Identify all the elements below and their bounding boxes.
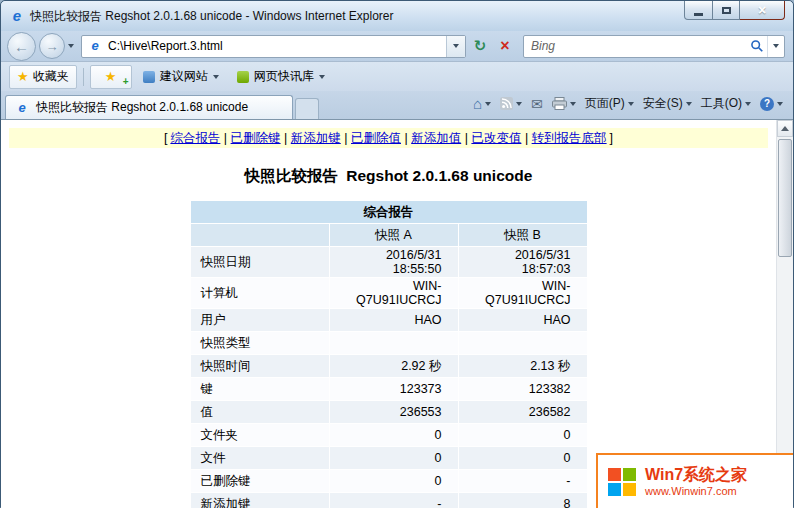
address-bar[interactable]: e C:\Hive\Report.3.html <box>81 35 466 58</box>
tab-bar: e 快照比较报告 Regshot 2.0.1.68 unicode ⌂ ✉ 页面… <box>1 91 793 119</box>
report-nav-link[interactable]: 转到报告底部 <box>532 131 607 145</box>
web-slice-gallery-button[interactable]: 网页快讯库 <box>230 66 332 88</box>
row-label: 快照日期 <box>191 247 329 277</box>
plus-icon: + <box>123 77 129 86</box>
new-tab-button[interactable] <box>295 98 319 119</box>
report-page: [综合报告 | 已删除键 | 新添加键 | 已删除值 | 新添加值 | 已改变值… <box>1 120 776 508</box>
chevron-down-icon <box>516 102 522 106</box>
minimize-button[interactable] <box>684 1 713 20</box>
link-separator: | <box>401 131 411 145</box>
table-row: 键123373123382 <box>191 378 587 400</box>
row-label: 已删除键 <box>191 470 329 492</box>
watermark-title: Win7系统之家 <box>645 465 747 484</box>
table-row: 新添加键-8 <box>191 493 587 508</box>
table-row: 已删除键0- <box>191 470 587 492</box>
report-nav-link[interactable]: 已删除键 <box>231 131 281 145</box>
page-title: 快照比较报告 Regshot 2.0.1.68 unicode <box>9 166 768 187</box>
search-input[interactable]: Bing <box>531 39 747 53</box>
ie-icon: e <box>9 8 25 24</box>
report-nav-link[interactable]: 综合报告 <box>170 131 220 145</box>
snapshot-b-value: 0 <box>459 447 587 469</box>
forward-button[interactable]: → <box>39 33 65 59</box>
chevron-down-icon <box>570 102 576 106</box>
maximize-icon <box>722 7 731 14</box>
back-button[interactable]: ← <box>7 32 36 61</box>
home-button[interactable]: ⌂ <box>473 96 491 111</box>
scrollbar-thumb[interactable] <box>778 139 792 257</box>
table-row: 计算机WIN-Q7U91IUCRCJWIN-Q7U91IUCRCJ <box>191 278 587 308</box>
star-plus-icon: ★ <box>105 70 117 83</box>
search-box[interactable]: Bing <box>523 35 785 58</box>
maximize-button[interactable] <box>713 1 740 20</box>
snapshot-a-value: 0 <box>330 447 458 469</box>
report-nav-links: 综合报告 | 已删除键 | 新添加键 | 已删除值 | 新添加值 | 已改变值 … <box>170 131 606 145</box>
summary-table: 综合报告 快照 A 快照 B 快照日期2016/5/31 18:55:50201… <box>190 200 588 508</box>
forward-icon: → <box>46 39 59 54</box>
address-input[interactable]: C:\Hive\Report.3.html <box>108 39 446 53</box>
watermark: Win7系统之家 www.Winwin7.com <box>596 453 793 508</box>
table-row: 用户HAOHAO <box>191 309 587 331</box>
table-corner-cell <box>191 224 329 246</box>
mail-icon: ✉ <box>531 97 543 111</box>
snapshot-a-value: WIN-Q7U91IUCRCJ <box>330 278 458 308</box>
link-separator: | <box>341 131 351 145</box>
read-mail-button[interactable]: ✉ <box>531 97 543 111</box>
report-nav-link[interactable]: 已改变值 <box>471 131 521 145</box>
column-header-a: 快照 A <box>330 224 458 246</box>
scroll-up-button[interactable] <box>777 120 793 137</box>
add-favorite-button[interactable]: ★ + <box>90 65 132 89</box>
feeds-button[interactable] <box>500 97 522 110</box>
safety-menu-label: 安全(S) <box>643 95 683 112</box>
window-titlebar[interactable]: e 快照比较报告 Regshot 2.0.1.68 unicode - Wind… <box>1 1 793 31</box>
web-slice-gallery-label: 网页快讯库 <box>254 68 314 85</box>
page-menu-label: 页面(P) <box>585 95 625 112</box>
vertical-scrollbar[interactable] <box>776 120 793 508</box>
snapshot-a-value <box>330 332 458 354</box>
snapshot-b-value: WIN-Q7U91IUCRCJ <box>459 278 587 308</box>
row-label: 文件夹 <box>191 424 329 446</box>
summary-table-body: 快照日期2016/5/31 18:55:502016/5/31 18:57:03… <box>191 247 587 508</box>
report-nav-link[interactable]: 已删除值 <box>351 131 401 145</box>
address-dropdown-button[interactable] <box>446 36 465 57</box>
report-nav-link[interactable]: 新添加值 <box>411 131 461 145</box>
link-separator: | <box>281 131 291 145</box>
snapshot-b-value: 123382 <box>459 378 587 400</box>
snapshot-b-value: 236582 <box>459 401 587 423</box>
minimize-icon <box>694 13 703 16</box>
navigation-bar: ← → e C:\Hive\Report.3.html ↻ × Bing <box>1 31 793 61</box>
watermark-url: www.Winwin7.com <box>645 484 747 498</box>
chevron-down-icon <box>213 75 219 79</box>
tools-menu[interactable]: 工具(O) <box>701 95 751 112</box>
search-icon[interactable] <box>747 39 767 53</box>
home-icon: ⌂ <box>473 96 482 111</box>
recent-pages-dropdown-icon[interactable] <box>68 44 74 48</box>
link-separator: | <box>521 131 531 145</box>
suggested-sites-label: 建议网站 <box>160 68 208 85</box>
snapshot-b-value <box>459 332 587 354</box>
snapshot-a-value: HAO <box>330 309 458 331</box>
row-label: 文件 <box>191 447 329 469</box>
refresh-button[interactable]: ↻ <box>469 35 491 57</box>
favorites-button[interactable]: ★ 收藏夹 <box>9 65 77 89</box>
stop-button[interactable]: × <box>494 35 516 57</box>
snapshot-b-value: HAO <box>459 309 587 331</box>
snapshot-b-value: 0 <box>459 424 587 446</box>
link-separator: | <box>220 131 230 145</box>
close-icon: × <box>758 3 766 17</box>
tab-report[interactable]: e 快照比较报告 Regshot 2.0.1.68 unicode <box>5 95 293 119</box>
help-icon: ? <box>760 97 774 111</box>
table-row: 文件夹00 <box>191 424 587 446</box>
suggested-sites-button[interactable]: 建议网站 <box>136 66 226 88</box>
help-menu[interactable]: ? <box>760 97 783 111</box>
safety-menu[interactable]: 安全(S) <box>643 95 692 112</box>
search-dropdown-button[interactable] <box>767 36 784 57</box>
snapshot-a-value: 123373 <box>330 378 458 400</box>
separator <box>83 68 84 86</box>
row-label: 计算机 <box>191 278 329 308</box>
close-button[interactable]: × <box>740 1 785 20</box>
tab-favicon-icon: e <box>14 100 30 116</box>
report-nav-link[interactable]: 新添加键 <box>291 131 341 145</box>
page-menu[interactable]: 页面(P) <box>585 95 634 112</box>
print-button[interactable] <box>552 97 576 110</box>
row-label: 快照时间 <box>191 355 329 377</box>
